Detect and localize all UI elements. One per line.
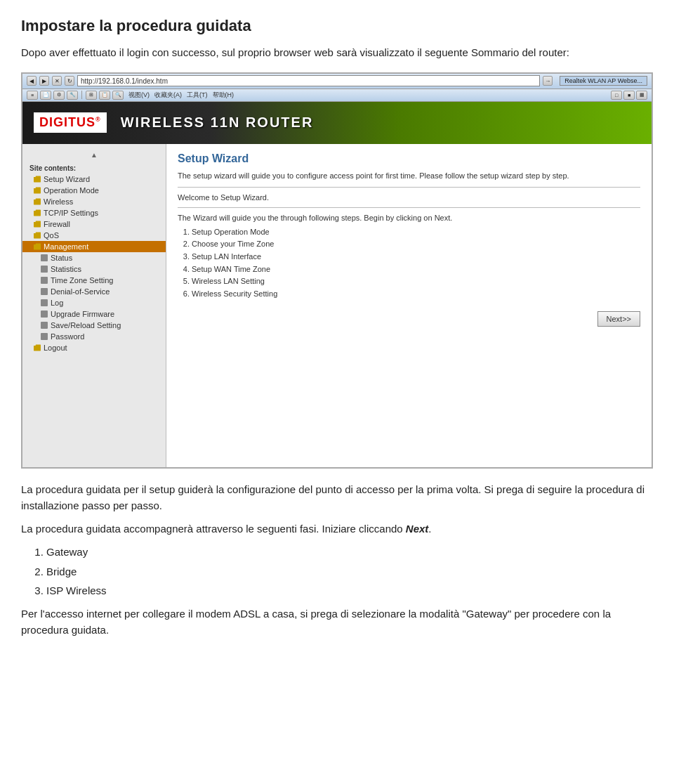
below-para2-text: La procedura guidata accompagnerà attrav… [21, 523, 406, 535]
sidebar-item-label: QoS [44, 231, 59, 240]
sidebar-item-operation-mode[interactable]: Operation Mode [22, 185, 166, 196]
sidebar-item-wireless[interactable]: Wireless [22, 196, 166, 207]
wizard-title: Setup Wizard [178, 152, 640, 165]
intro-text: Dopo aver effettuato il login con succes… [21, 45, 653, 61]
below-para1: La procedura guidata per il setup guider… [21, 481, 653, 514]
wizard-desc: The setup wizard will guide you to confi… [178, 171, 640, 181]
sidebar-item-label: TCP/IP Settings [44, 209, 98, 217]
sidebar-sub-label: Statistics [51, 265, 81, 273]
logo-text: DIGITUS [39, 115, 95, 129]
back-button[interactable]: ◀ [27, 76, 37, 86]
doc-icon [41, 299, 48, 306]
wizard-step-2: Choose your Time Zone [192, 238, 640, 251]
browser-toolbar: ◀ ▶ ✕ ↻ http://192.168.0.1/index.htm → R… [22, 74, 652, 89]
next-button[interactable]: Next>> [597, 311, 640, 327]
sidebar-sub-firmware[interactable]: Upgrade Firmware [22, 308, 166, 320]
toolbar2-label3: 工具(T) [187, 91, 208, 100]
sidebar-sub-label: Password [51, 332, 84, 341]
page-title: Impostare la procedura guidata [21, 17, 653, 35]
toolbar2-right-btn1[interactable]: □ [611, 91, 622, 100]
folder-icon [34, 209, 41, 216]
sidebar-item-tcpip[interactable]: TCP/IP Settings [22, 207, 166, 218]
router-header: DIGITUS® WIRELESS 11N ROUTER [22, 102, 652, 144]
sidebar-item-setup-wizard[interactable]: Setup Wizard [22, 174, 166, 185]
toolbar2-label4: 帮助(H) [213, 91, 234, 100]
router-logo: DIGITUS® [34, 112, 107, 133]
folder-icon [34, 243, 41, 250]
router-content: Setup Wizard The setup wizard will guide… [166, 144, 652, 467]
sidebar-sub-dos[interactable]: Denial-of-Service [22, 286, 166, 297]
wizard-step-5: Wireless LAN Setting [192, 275, 640, 288]
sidebar-sub-label: Status [51, 254, 72, 262]
sidebar-item-label: Setup Wizard [44, 175, 90, 183]
go-button[interactable]: → [543, 76, 553, 86]
stop-button[interactable]: ✕ [52, 76, 62, 86]
sidebar-item-label: Wireless [44, 197, 73, 206]
address-text: http://192.168.0.1/index.htm [81, 77, 168, 85]
folder-icon [34, 344, 41, 351]
sidebar-sub-label: Log [51, 299, 63, 307]
below-next-bold: Next [406, 523, 429, 535]
toolbar2-btn1[interactable]: ≡ [27, 91, 38, 100]
wizard-steps-list: Setup Operation Mode Choose your Time Zo… [192, 226, 640, 301]
below-list-item-3: ISP Wireless [46, 582, 653, 599]
below-list: Gateway Bridge ISP Wireless [46, 544, 653, 599]
router-sidebar: ▲ Site contents: Setup Wizard Operation … [22, 144, 166, 467]
wizard-steps-intro: The Wizard will guide you the through fo… [178, 214, 640, 222]
doc-icon [41, 311, 48, 318]
doc-icon [41, 266, 48, 273]
sidebar-item-management[interactable]: Management [22, 241, 166, 252]
wizard-step-3: Setup LAN Interface [192, 251, 640, 263]
below-para2-end: . [428, 523, 431, 535]
tab-label: Realtek WLAN AP Webse... [564, 77, 642, 84]
sidebar-item-label: Management [44, 242, 88, 251]
sidebar-sub-label: Save/Reload Setting [51, 321, 121, 329]
below-text-section: La procedura guidata per il setup guider… [21, 481, 653, 639]
doc-icon [41, 277, 48, 284]
sidebar-sub-statistics[interactable]: Statistics [22, 263, 166, 275]
sidebar-sub-label: Denial-of-Service [51, 287, 110, 296]
toolbar2-btn2[interactable]: 📄 [40, 91, 51, 100]
doc-icon [41, 333, 48, 340]
sidebar-item-qos[interactable]: QoS [22, 230, 166, 241]
wizard-step-6: Wireless Security Setting [192, 288, 640, 301]
toolbar2-btn7[interactable]: 🔍 [112, 91, 124, 100]
below-list-item-2: Bridge [46, 563, 653, 580]
sidebar-sub-log[interactable]: Log [22, 297, 166, 308]
toolbar2-btn4[interactable]: 🔧 [67, 91, 78, 100]
doc-icon [41, 288, 48, 295]
toolbar2-right: □ ■ ▦ [611, 91, 647, 100]
toolbar2-right-btn3[interactable]: ▦ [636, 91, 647, 100]
wizard-step-1: Setup Operation Mode [192, 226, 640, 239]
toolbar2-label2: 收藏夹(A) [154, 91, 182, 100]
toolbar2-btn3[interactable]: ⚙ [53, 91, 65, 100]
browser-toolbar2: ≡ 📄 ⚙ 🔧 ⊞ 📋 🔍 视图(V) 收藏夹(A) 工具(T) 帮助(H) □… [22, 89, 652, 102]
toolbar2-label: 视图(V) [128, 91, 150, 100]
doc-icon [41, 322, 48, 329]
refresh-button[interactable]: ↻ [65, 76, 74, 86]
address-bar[interactable]: http://192.168.0.1/index.htm [77, 75, 540, 86]
sidebar-item-firewall[interactable]: Firewall [22, 218, 166, 230]
sidebar-sub-label: Upgrade Firmware [51, 310, 114, 318]
sidebar-sub-status[interactable]: Status [22, 252, 166, 263]
folder-icon [34, 187, 41, 194]
sidebar-sub-password[interactable]: Password [22, 331, 166, 342]
sidebar-sub-savereload[interactable]: Save/Reload Setting [22, 320, 166, 331]
sidebar-sub-timezone[interactable]: Time Zone Setting [22, 275, 166, 286]
doc-icon [41, 254, 48, 261]
forward-button[interactable]: ▶ [39, 76, 49, 86]
below-para2: La procedura guidata accompagnerà attrav… [21, 521, 653, 537]
wizard-divider2 [178, 207, 640, 208]
toolbar2-btn5[interactable]: ⊞ [86, 91, 97, 100]
router-body: ▲ Site contents: Setup Wizard Operation … [22, 144, 652, 467]
sidebar-item-logout[interactable]: Logout [22, 342, 166, 353]
toolbar2-btn6[interactable]: 📋 [99, 91, 110, 100]
router-title: WIRELESS 11N ROUTER [121, 115, 314, 131]
logo-reg: ® [95, 116, 101, 123]
below-para3: Per l'accesso internet per collegare il … [21, 606, 653, 639]
scroll-arrow-up[interactable]: ▲ [22, 150, 166, 160]
browser-screenshot: ◀ ▶ ✕ ↻ http://192.168.0.1/index.htm → R… [21, 72, 653, 469]
wizard-step-4: Setup WAN Time Zone [192, 263, 640, 276]
toolbar2-right-btn2[interactable]: ■ [623, 91, 635, 100]
folder-icon [34, 232, 41, 239]
